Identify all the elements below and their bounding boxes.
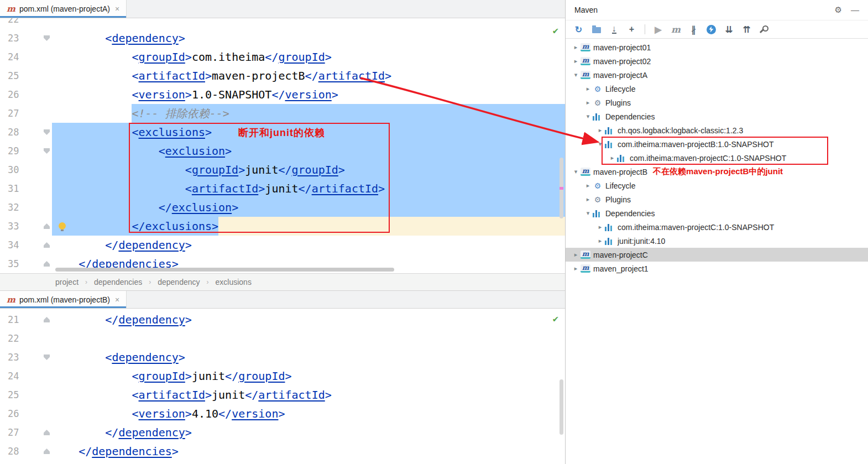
tree-item-junit-junit-4-10[interactable]: ▸junit:junit:4.10 <box>566 234 868 248</box>
chevron-down-icon[interactable]: ▾ <box>595 140 605 148</box>
fold-marker-icon[interactable] <box>44 261 50 267</box>
chevron-right-icon[interactable]: ▸ <box>583 182 593 189</box>
editor-maven-projectA[interactable]: 2223 <dependency>24 <groupId>com.itheima… <box>0 18 565 273</box>
xml-text <box>52 182 185 195</box>
code-text[interactable]: <exclusions>断开和junit的依赖 <box>52 123 565 142</box>
tree-item-maven-project02[interactable]: ▸mmaven-project02 <box>566 54 868 68</box>
code-text[interactable]: </dependencies> <box>52 442 565 461</box>
code-text[interactable]: <groupId>junit</groupId> <box>52 160 565 179</box>
execute-maven-goal-button[interactable]: m <box>668 23 683 36</box>
code-text[interactable]: </dependency> <box>52 310 565 329</box>
fold-marker-icon[interactable] <box>44 430 50 435</box>
xml-text <box>52 426 105 439</box>
fold-marker-icon[interactable] <box>44 148 50 154</box>
code-text[interactable]: <!-- 排除依赖--> <box>52 104 565 123</box>
horizontal-scrollbar[interactable] <box>55 268 394 272</box>
tree-item-maven-project1[interactable]: ▸mmaven_project1 <box>566 262 868 275</box>
intention-bulb-icon[interactable] <box>59 222 66 230</box>
add-maven-project-button[interactable]: + <box>624 23 639 36</box>
tree-item-ch-qos-logback-logback-classic-1-2-3[interactable]: ▸ch.qos.logback:logback-classic:1.2.3 <box>566 123 868 137</box>
download-sources-button[interactable]: ↓ <box>606 23 621 36</box>
code-text[interactable]: </dependency> <box>52 236 565 254</box>
code-text[interactable]: <artifactId>junit</artifactId> <box>52 179 565 198</box>
chevron-right-icon[interactable]: ▸ <box>583 99 593 106</box>
tree-item-dependencies[interactable]: ▾Dependencies <box>566 206 868 220</box>
chevron-down-icon[interactable]: ▾ <box>571 71 581 79</box>
breadcrumb-item-project[interactable]: project <box>55 278 79 286</box>
tree-item-maven-project01[interactable]: ▸mmaven-project01 <box>566 40 868 54</box>
xml-bracket: </ <box>105 426 118 439</box>
chevron-right-icon[interactable]: ▸ <box>583 85 593 92</box>
code-text[interactable]: <dependency> <box>52 29 565 48</box>
maven-toolbar: ↻↓+▶m∦⇊⇈ <box>566 20 868 39</box>
fold-marker-icon[interactable] <box>44 35 50 41</box>
breadcrumb-item-dependency[interactable]: dependency <box>158 278 200 286</box>
tab-pom-maven-projectA[interactable]: m pom.xml (maven-projectA) × <box>0 0 127 18</box>
code-text[interactable]: <groupId>junit</groupId> <box>52 367 565 385</box>
code-text[interactable]: <dependency> <box>52 348 565 367</box>
tree-item-maven-projecta[interactable]: ▾mmaven-projectA <box>566 68 868 82</box>
code-text[interactable]: <groupId>com.itheima</groupId> <box>52 48 565 66</box>
chevron-right-icon[interactable]: ▸ <box>583 196 593 203</box>
reload-all-maven-projects-button[interactable]: ↻ <box>571 23 586 36</box>
xml-bracket: > <box>185 407 192 420</box>
chevron-down-icon[interactable]: ▾ <box>571 168 581 175</box>
tree-item-plugins[interactable]: ▸⚙Plugins <box>566 192 868 206</box>
fold-marker-icon[interactable] <box>44 129 50 135</box>
tree-item-maven-projectc[interactable]: ▸mmaven-projectC <box>566 248 868 262</box>
chevron-right-icon[interactable]: ▸ <box>595 127 605 134</box>
fold-marker-icon[interactable] <box>44 223 50 229</box>
tree-item-lifecycle[interactable]: ▸⚙Lifecycle <box>566 179 868 192</box>
code-text[interactable]: </dependency> <box>52 423 565 442</box>
code-text[interactable]: <version>1.0-SNAPSHOT</version> <box>52 85 565 104</box>
code-text[interactable]: <artifactId>maven-projectB</artifactId> <box>52 66 565 85</box>
minimize-icon[interactable]: — <box>851 5 859 15</box>
breadcrumb-item-exclusions[interactable]: exclusions <box>216 278 252 286</box>
xml-bracket: > <box>232 201 238 214</box>
expand-all-button[interactable]: ⇊ <box>721 23 736 36</box>
fold-marker-icon[interactable] <box>44 449 50 454</box>
code-text[interactable]: <version>4.10</version> <box>52 404 565 423</box>
chevron-down-icon[interactable]: ▾ <box>583 210 593 217</box>
xml-bracket: > <box>212 220 218 233</box>
xml-text: 4.10 <box>192 407 218 420</box>
chevron-right-icon[interactable]: ▸ <box>571 265 581 272</box>
chevron-right-icon[interactable]: ▸ <box>595 223 605 231</box>
chevron-right-icon[interactable]: ▸ <box>571 44 581 51</box>
generate-sources-button[interactable] <box>589 23 604 36</box>
xml-tag-name: version <box>285 88 331 101</box>
close-icon[interactable]: × <box>115 295 119 304</box>
chevron-right-icon[interactable]: ▸ <box>608 154 617 161</box>
fold-marker-icon[interactable] <box>44 242 50 248</box>
code-text[interactable]: <exclusion> <box>52 142 565 160</box>
vertical-scrollbar[interactable] <box>560 379 563 435</box>
tree-item-com-itheima-maven-projectc-1-0-snapshot[interactable]: ▸com.itheima:maven-projectC:1.0-SNAPSHOT <box>566 220 868 234</box>
collapse-all-button[interactable]: ⇈ <box>739 23 754 36</box>
tree-item-plugins[interactable]: ▸⚙Plugins <box>566 96 868 110</box>
tree-item-com-itheima-maven-projectc-1-0-snapshot[interactable]: ▸com.itheima:maven-projectC:1.0-SNAPSHOT <box>566 151 868 165</box>
tree-item-lifecycle[interactable]: ▸⚙Lifecycle <box>566 82 868 96</box>
code-text[interactable]: <artifactId>junit</artifactId> <box>52 385 565 404</box>
editor-maven-projectB[interactable]: 21 </dependency>2223 <dependency>24 <gro… <box>0 309 565 464</box>
offline-mode-button[interactable] <box>704 23 719 36</box>
code-text[interactable]: </exclusions> <box>52 217 565 236</box>
gear-icon[interactable]: ⚙ <box>835 5 842 15</box>
run-maven-build-button[interactable]: ▶ <box>651 23 666 36</box>
xml-text <box>52 369 132 383</box>
maven-module-icon: m <box>581 43 590 51</box>
fold-marker-icon[interactable] <box>44 317 50 322</box>
skip-tests-mode-button[interactable]: ∦ <box>686 23 701 36</box>
tree-item-com-itheima-maven-projectb-1-0-snapshot[interactable]: ▾com.itheima:maven-projectB:1.0-SNAPSHOT <box>566 137 868 151</box>
chevron-down-icon[interactable]: ▾ <box>583 113 593 120</box>
chevron-right-icon[interactable]: ▸ <box>571 58 581 65</box>
close-icon[interactable]: × <box>115 4 119 13</box>
chevron-right-icon[interactable]: ▸ <box>595 237 605 244</box>
tab-pom-maven-projectB[interactable]: m pom.xml (maven-projectB) × <box>0 291 127 308</box>
fold-marker-icon[interactable] <box>44 354 50 360</box>
maven-settings-button[interactable] <box>757 23 772 36</box>
breadcrumb-item-dependencies[interactable]: dependencies <box>94 278 142 286</box>
tree-item-maven-projectb[interactable]: ▾mmaven-projectB不在依赖maven-projectB中的juni… <box>566 165 868 179</box>
code-text[interactable]: </exclusion> <box>52 198 565 217</box>
tree-item-dependencies[interactable]: ▾Dependencies <box>566 110 868 123</box>
chevron-right-icon[interactable]: ▸ <box>571 251 581 258</box>
